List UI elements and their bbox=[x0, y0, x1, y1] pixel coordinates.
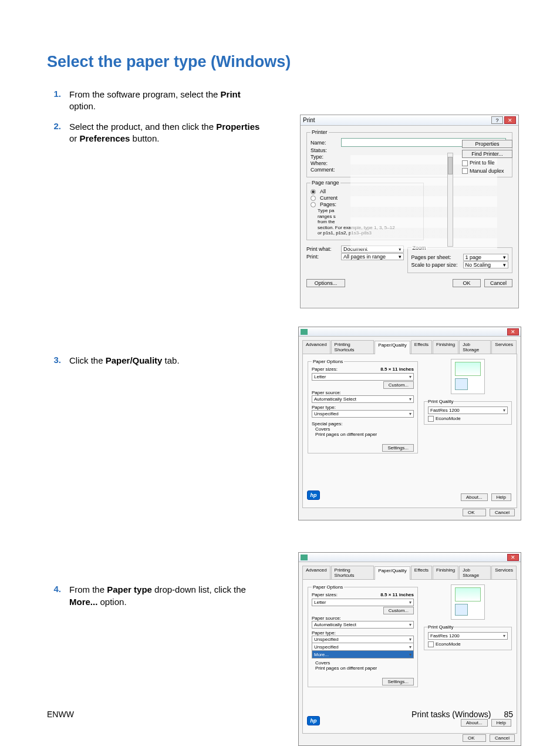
paper-type-select[interactable]: Unspecified bbox=[312, 410, 414, 418]
tab-effects[interactable]: Effects bbox=[411, 340, 432, 354]
where-label: Where: bbox=[311, 160, 339, 166]
step-number: 3. bbox=[49, 355, 69, 367]
economode-checkbox[interactable]: EconoMode bbox=[428, 416, 508, 422]
footer-left: ENWW bbox=[47, 710, 74, 719]
hp-logo-icon: hp bbox=[307, 490, 320, 500]
economode-checkbox[interactable]: EconoMode bbox=[428, 641, 508, 647]
paper-sizes-label: Paper sizes: bbox=[312, 367, 338, 372]
tab-services[interactable]: Services bbox=[491, 566, 517, 579]
close-icon[interactable]: ✕ bbox=[507, 328, 519, 335]
group-legend: Printer bbox=[311, 129, 329, 135]
step-text: Click the Paper/Quality tab. bbox=[69, 355, 180, 367]
cancel-button[interactable]: Cancel bbox=[490, 509, 515, 516]
covers-item[interactable]: Covers bbox=[312, 660, 414, 666]
status-label: Status: bbox=[311, 147, 339, 153]
tab-job-storage[interactable]: Job Storage bbox=[459, 340, 491, 354]
print-what-label: Print what: bbox=[306, 246, 339, 252]
step-number: 4. bbox=[49, 584, 69, 608]
about-button[interactable]: About... bbox=[461, 493, 488, 501]
paper-source-label: Paper source: bbox=[312, 390, 414, 395]
paper-size-select[interactable]: Letter bbox=[312, 373, 414, 381]
zoom-group: Zoom Pages per sheet: 1 page▾ Scale to p… bbox=[407, 245, 513, 273]
print-dialog: Print ? ✕ Printer Name: Status: Type: Wh… bbox=[300, 115, 519, 308]
close-icon[interactable]: ✕ bbox=[507, 554, 519, 561]
covers-item[interactable]: Covers bbox=[312, 426, 414, 432]
comment-label: Comment: bbox=[311, 167, 339, 173]
ok-button[interactable]: OK bbox=[453, 279, 481, 287]
paper-source-select[interactable]: Automatically Select bbox=[312, 621, 414, 629]
paper-options-group: Paper Options Paper sizes:8.5 × 11 inche… bbox=[308, 584, 418, 687]
ok-button[interactable]: OK bbox=[463, 734, 486, 742]
dialog-titlebar: ✕ bbox=[299, 327, 521, 337]
paper-sizes-dim: 8.5 × 11 inches bbox=[380, 592, 414, 597]
properties-dialog-1: ✕ Advanced Printing Shortcuts Paper/Qual… bbox=[298, 327, 521, 520]
scrollbar[interactable] bbox=[447, 153, 453, 247]
options-button[interactable]: Options... bbox=[306, 279, 345, 287]
dialog-icon bbox=[301, 329, 308, 335]
help-button[interactable]: Help bbox=[491, 493, 511, 501]
special-pages-label: Special pages: bbox=[312, 421, 414, 426]
paper-type-select[interactable]: Unspecified bbox=[312, 636, 414, 643]
step-text: From the Paper type drop-down list, clic… bbox=[69, 584, 269, 608]
page-preview bbox=[451, 359, 485, 394]
group-legend: Page range bbox=[311, 180, 340, 186]
step-number: 2. bbox=[49, 121, 69, 145]
paper-sizes-dim: 8.5 × 11 inches bbox=[380, 367, 414, 372]
print-select[interactable]: All pages in range▾ bbox=[341, 253, 404, 260]
tab-printing-shortcuts[interactable]: Printing Shortcuts bbox=[331, 340, 375, 354]
tab-services[interactable]: Services bbox=[491, 340, 517, 354]
print-quality-select[interactable]: FastRes 1200 bbox=[428, 406, 508, 414]
name-label: Name: bbox=[311, 140, 339, 146]
print-quality-group: Print Quality FastRes 1200 EconoMode bbox=[424, 399, 512, 425]
scale-select[interactable]: No Scaling▾ bbox=[463, 261, 509, 268]
tab-strip: Advanced Printing Shortcuts Paper/Qualit… bbox=[302, 566, 517, 580]
close-icon[interactable]: ✕ bbox=[504, 116, 516, 124]
tab-paper-quality[interactable]: Paper/Quality bbox=[375, 341, 410, 354]
custom-button[interactable]: Custom... bbox=[383, 607, 414, 614]
step-text: Select the product, and then click the P… bbox=[69, 121, 269, 145]
page-number: 85 bbox=[504, 710, 513, 719]
pps-label: Pages per sheet: bbox=[411, 254, 461, 260]
settings-button[interactable]: Settings... bbox=[382, 444, 414, 452]
paper-source-select[interactable]: Automatically Select bbox=[312, 395, 414, 403]
step-text: From the software program, select the Pr… bbox=[69, 89, 269, 113]
settings-button[interactable]: Settings... bbox=[382, 678, 414, 685]
properties-button[interactable]: Properties bbox=[462, 140, 512, 148]
print-quality-select[interactable]: FastRes 1200 bbox=[428, 632, 508, 640]
cancel-button[interactable]: Cancel bbox=[484, 279, 512, 287]
tab-advanced[interactable]: Advanced bbox=[302, 566, 330, 579]
paper-sizes-label: Paper sizes: bbox=[312, 592, 338, 597]
help-icon[interactable]: ? bbox=[491, 116, 503, 124]
custom-button[interactable]: Custom... bbox=[383, 381, 414, 389]
print-to-file-checkbox[interactable]: Print to file bbox=[462, 160, 512, 166]
pages-per-sheet-select[interactable]: 1 page▾ bbox=[463, 254, 509, 261]
tab-advanced[interactable]: Advanced bbox=[302, 340, 330, 354]
ok-button[interactable]: OK bbox=[463, 509, 486, 516]
help-button[interactable]: Help bbox=[491, 719, 511, 727]
find-printer-button[interactable]: Find Printer... bbox=[462, 150, 512, 158]
page-footer: ENWW Print tasks (Windows)85 bbox=[47, 710, 513, 719]
dialog-icon bbox=[301, 555, 308, 560]
tab-printing-shortcuts[interactable]: Printing Shortcuts bbox=[331, 566, 375, 579]
page-preview bbox=[451, 584, 485, 620]
paper-size-select[interactable]: Letter bbox=[312, 599, 414, 606]
print-label: Print: bbox=[306, 254, 339, 260]
print-quality-group: Print Quality FastRes 1200 EconoMode bbox=[424, 624, 512, 650]
paper-type-label: Paper type: bbox=[312, 630, 414, 636]
paper-type-option-more[interactable]: More... bbox=[312, 651, 414, 658]
tab-paper-quality[interactable]: Paper/Quality bbox=[375, 566, 410, 580]
paper-type-label: Paper type: bbox=[312, 405, 414, 410]
tab-effects[interactable]: Effects bbox=[411, 566, 432, 579]
paper-options-group: Paper Options Paper sizes:8.5 × 11 inche… bbox=[308, 359, 418, 453]
dialog-titlebar: Print ? ✕ bbox=[301, 115, 518, 126]
diff-paper-item[interactable]: Print pages on different paper bbox=[312, 666, 414, 671]
tab-finishing[interactable]: Finishing bbox=[433, 340, 458, 354]
cancel-button[interactable]: Cancel bbox=[490, 734, 515, 742]
dialog-title: Print bbox=[303, 117, 315, 123]
manual-duplex-checkbox[interactable]: Manual duplex bbox=[462, 168, 512, 174]
paper-type-option-unspecified[interactable]: Unspecified bbox=[312, 643, 414, 651]
tab-finishing[interactable]: Finishing bbox=[433, 566, 458, 579]
about-button[interactable]: About... bbox=[461, 719, 488, 727]
tab-job-storage[interactable]: Job Storage bbox=[459, 566, 491, 579]
diff-paper-item[interactable]: Print pages on different paper bbox=[312, 432, 414, 437]
